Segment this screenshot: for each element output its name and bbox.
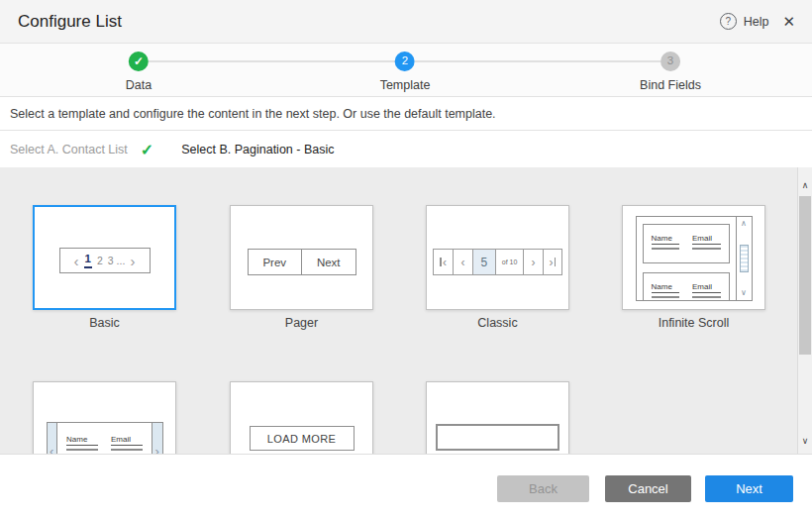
step-label: Template [380, 78, 431, 92]
list-item: Name Email [643, 224, 730, 263]
template-card-carousel[interactable]: ‹ Name Email › [33, 381, 176, 454]
select-b-label[interactable]: Select B. Pagination - Basic [181, 143, 334, 156]
header-actions: ? Help ✕ [720, 13, 795, 30]
load-more-button-preview: LOAD MORE [250, 426, 355, 451]
configure-list-dialog: Configure List ? Help ✕ ✓ Data 2 Templat… [0, 0, 812, 519]
step-label: Bind Fields [640, 78, 701, 92]
list-preview: Name Email Name [637, 217, 736, 300]
name-field: Name [652, 282, 680, 300]
field-line [652, 248, 680, 250]
step-bind-fields[interactable]: 3 Bind Fields [640, 52, 701, 92]
stepper-connector [149, 60, 395, 62]
list-item: Name Email [643, 272, 730, 300]
template-label-classic: Classic [426, 316, 569, 330]
edge-bar [555, 258, 557, 266]
help-button[interactable]: ? Help [720, 13, 769, 30]
help-icon: ? [720, 13, 737, 30]
chevron-right-icon: › [152, 422, 163, 454]
chevron-up-icon: ∧ [741, 220, 747, 228]
chevron-left-icon: ‹ [74, 254, 79, 268]
prev-button-preview: Prev [249, 250, 302, 274]
step-template[interactable]: 2 Template [380, 52, 431, 92]
template-label-basic: Basic [33, 316, 176, 330]
step-number: 2 [395, 52, 415, 71]
name-field: Name [652, 234, 680, 262]
wizard-stepper: ✓ Data 2 Template 3 Bind Fields [0, 44, 812, 97]
template-card-classic[interactable]: ‹ ‹ 5 of 10 › › [426, 205, 569, 310]
pager-preview: Prev Next [248, 249, 356, 275]
template-card-load-more[interactable]: LOAD MORE [230, 381, 373, 454]
step-label: Data [126, 78, 152, 92]
edge-bar [440, 258, 442, 266]
template-gallery: ‹ 1 2 3 ... › Basic Prev Next Pager ‹ [0, 167, 812, 454]
dialog-header: Configure List ? Help ✕ [0, 0, 812, 44]
input-box-preview [436, 424, 559, 451]
step-data[interactable]: ✓ Data [126, 52, 152, 92]
field-line [692, 248, 721, 250]
page-number: 3 ... [108, 255, 126, 266]
template-label-infinite-scroll: Infinite Scroll [622, 316, 765, 330]
next-page-icon: › [523, 250, 542, 274]
instruction-bar: Select a template and configure the cont… [0, 97, 812, 131]
field-line [111, 449, 143, 451]
select-a-label[interactable]: Select A. Contact List [10, 143, 128, 156]
infinite-scroll-preview: Name Email Name [636, 216, 753, 301]
classic-pagination-preview: ‹ ‹ 5 of 10 › › [433, 249, 562, 275]
field-line [652, 296, 680, 298]
template-card-pager[interactable]: Prev Next [230, 205, 373, 310]
first-page-icon: ‹ [434, 250, 453, 274]
selection-bar: Select A. Contact List ✓ Select B. Pagin… [0, 132, 812, 167]
scroll-up-icon[interactable]: ∧ [798, 181, 812, 190]
close-icon[interactable]: ✕ [782, 14, 795, 29]
template-card-input[interactable] [426, 381, 569, 454]
cancel-button[interactable]: Cancel [605, 475, 691, 502]
name-field: Name [66, 435, 98, 454]
next-button[interactable]: Next [705, 475, 793, 502]
step-complete-icon: ✓ [129, 52, 149, 71]
scroll-down-icon[interactable]: ∨ [798, 437, 812, 446]
page-total-cell: of 10 [495, 250, 523, 274]
last-page-icon: › [543, 250, 561, 274]
help-label: Help [744, 15, 769, 29]
stepper-connector [415, 60, 660, 62]
chevron-right-icon: › [130, 254, 135, 268]
template-label-pager: Pager [230, 316, 373, 330]
carousel-preview: ‹ Name Email › [47, 422, 163, 454]
field-line [66, 449, 98, 451]
template-card-basic[interactable]: ‹ 1 2 3 ... › [33, 205, 176, 310]
template-card-infinite-scroll[interactable]: Name Email Name [622, 205, 765, 310]
current-page: 1 [84, 253, 92, 268]
dialog-footer: Back Cancel Next [0, 454, 812, 519]
instruction-text: Select a template and configure the cont… [10, 107, 496, 121]
next-button-preview: Next [301, 250, 355, 274]
check-icon: ✓ [141, 141, 153, 159]
page-number: 2 [97, 255, 103, 266]
field-line [692, 296, 721, 298]
basic-pagination-preview: ‹ 1 2 3 ... › [59, 248, 151, 273]
back-button[interactable]: Back [497, 475, 589, 502]
chevron-left-icon: ‹ [47, 422, 58, 454]
step-number: 3 [660, 52, 680, 71]
scrollbar-thumb[interactable] [799, 196, 811, 355]
mini-scrollbar: ∧ ∨ [736, 217, 752, 300]
email-field: Email [692, 282, 721, 300]
email-field: Email [692, 234, 721, 262]
list-item: Name Email [57, 422, 152, 454]
email-field: Email [111, 435, 143, 454]
prev-page-icon: ‹ [453, 250, 471, 274]
current-page-cell: 5 [472, 250, 495, 274]
gallery-scrollbar[interactable]: ∧ ∨ [797, 167, 812, 454]
chevron-down-icon: ∨ [741, 289, 747, 297]
page-title: Configure List [18, 12, 122, 32]
mini-scrollbar-thumb [740, 245, 749, 272]
